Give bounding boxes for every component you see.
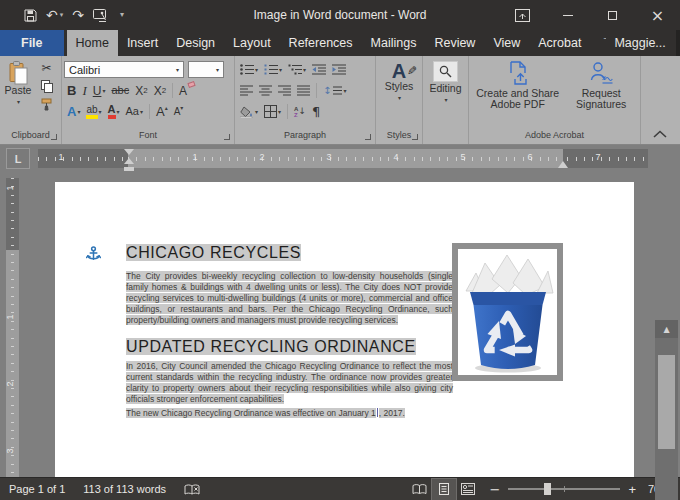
font-family-combo[interactable]: Calibri▾ (64, 61, 184, 78)
maximize-button[interactable] (590, 0, 635, 30)
zoom-out-button[interactable]: − (490, 482, 501, 497)
tab-insert[interactable]: Insert (118, 30, 167, 56)
justify-button[interactable] (295, 81, 312, 100)
tab-file[interactable]: File (0, 30, 64, 56)
close-icon: × (651, 6, 664, 25)
right-indent-marker[interactable] (558, 161, 568, 168)
multilevel-caret: ▾ (303, 67, 306, 73)
subscript-button[interactable]: X2 (133, 81, 149, 100)
font-color-caret: ▾ (117, 109, 120, 115)
numbering-button[interactable]: ▾ (262, 60, 284, 79)
document-page[interactable]: CHICAGO RECYCLES The City provides bi-we… (55, 182, 634, 477)
vertical-ruler: 1 1 2 3 (6, 178, 19, 477)
editing-button[interactable]: Editing ▾ (429, 59, 461, 129)
align-left-button[interactable] (238, 81, 255, 100)
web-layout-button[interactable] (456, 479, 480, 500)
multilevel-list-button[interactable]: ▾ (286, 60, 308, 79)
styles-icon: A✎ (392, 61, 406, 81)
styles-dialog-launcher[interactable] (412, 134, 418, 140)
bold-button[interactable]: B (65, 81, 78, 100)
underline-button[interactable]: U▾ (91, 81, 108, 100)
proofing-status[interactable] (175, 483, 209, 496)
format-painter-button[interactable] (38, 95, 55, 113)
close-button[interactable]: × (635, 0, 680, 30)
borders-button[interactable]: ▾ (262, 102, 283, 121)
tab-layout[interactable]: Layout (224, 30, 280, 56)
hanging-indent-marker[interactable] (124, 158, 134, 164)
account-name[interactable]: Maggie... (606, 30, 673, 56)
shading-button[interactable]: ▾ (238, 102, 260, 121)
create-share-pdf-button[interactable]: Create and Share Adobe PDF (471, 59, 564, 129)
superscript-button[interactable]: X2 (152, 81, 168, 100)
request-signatures-button[interactable]: Request Signatures (564, 59, 638, 129)
highlight-color-button[interactable]: ab▾ (84, 102, 103, 121)
clipboard-dialog-launcher[interactable] (51, 134, 57, 140)
italic-button[interactable]: I (80, 81, 88, 100)
text-effects-button[interactable]: A▾ (65, 102, 82, 121)
cut-icon: ✂ (41, 62, 51, 74)
line-spacing-button[interactable]: ↕▾ (321, 81, 348, 100)
left-indent-marker[interactable] (124, 167, 134, 171)
tab-view[interactable]: View (484, 30, 529, 56)
bullets-button[interactable]: ▾ (238, 60, 260, 79)
font-dialog-launcher[interactable] (224, 134, 230, 140)
scroll-up-arrow[interactable]: ▲ (655, 320, 678, 338)
zoom-slider[interactable] (508, 488, 620, 490)
document-area: 1 1 2 3 CHICAGO RECYCLES The City provid… (0, 172, 680, 477)
tab-stop-selector[interactable]: L (6, 148, 30, 169)
request-signatures-icon (590, 61, 613, 86)
styles-button[interactable]: A✎ Styles ▾ (385, 59, 414, 129)
strikethrough-button[interactable]: abc (109, 81, 131, 100)
scrollbar-thumb[interactable] (658, 355, 675, 449)
document-paragraph-2: In 2016, City Council amended the Chicag… (126, 361, 453, 405)
customize-qat-button[interactable]: ▾ (118, 11, 124, 19)
word-count[interactable]: 113 of 113 words (74, 483, 175, 495)
tab-design[interactable]: Design (167, 30, 224, 56)
zoom-in-button[interactable]: + (628, 482, 636, 497)
recycle-bin-image[interactable] (452, 243, 563, 381)
print-layout-button[interactable] (432, 479, 456, 500)
find-box (433, 61, 458, 82)
read-mode-button[interactable] (408, 479, 432, 500)
tell-me-box[interactable]: Tell m (590, 30, 606, 56)
align-center-button[interactable] (257, 81, 274, 100)
grow-font-button[interactable]: A▴ (154, 102, 170, 121)
page-indicator[interactable]: Page 1 of 1 (0, 483, 74, 495)
grow-font-caret: ▴ (165, 105, 168, 111)
touch-mouse-mode-button[interactable] (93, 9, 109, 22)
paste-button[interactable]: Paste ▾ (2, 59, 34, 129)
sort-button[interactable]: AZ↓ (292, 102, 308, 121)
first-line-indent-marker[interactable] (124, 149, 134, 155)
collapse-ribbon-button[interactable] (653, 130, 667, 138)
share-button[interactable]: Share (676, 30, 680, 56)
paragraph-dialog-launcher[interactable] (365, 134, 371, 140)
tab-references[interactable]: References (280, 30, 362, 56)
decrease-indent-button[interactable] (310, 60, 328, 79)
show-hide-pilcrow-button[interactable]: ¶ (310, 102, 322, 121)
tab-review[interactable]: Review (425, 30, 484, 56)
text-cursor (377, 408, 378, 417)
change-case-button[interactable]: Aa▾ (124, 102, 145, 121)
ribbon-display-options-button[interactable] (500, 0, 545, 30)
zoom-slider-thumb[interactable] (544, 483, 551, 495)
numbering-caret: ▾ (279, 67, 282, 73)
adobe-acrobat-group-label: Adobe Acrobat (471, 129, 638, 144)
minimize-button[interactable] (545, 0, 590, 30)
clear-formatting-button[interactable]: A (177, 81, 189, 100)
vertical-scrollbar[interactable]: ▲ ▼ (655, 320, 678, 500)
ruler-number: 1 (58, 152, 63, 162)
font-color-button[interactable]: A▾ (106, 102, 122, 121)
shrink-font-button[interactable]: A▾ (172, 102, 186, 121)
align-right-button[interactable] (276, 81, 293, 100)
undo-button[interactable]: ↶▾ (46, 8, 63, 22)
copy-button[interactable] (39, 77, 55, 95)
font-size-combo[interactable]: ▾ (188, 61, 224, 78)
tab-acrobat[interactable]: Acrobat (529, 30, 590, 56)
tab-mailings[interactable]: Mailings (362, 30, 426, 56)
save-button[interactable] (24, 9, 37, 22)
cut-button[interactable]: ✂ (39, 59, 53, 77)
document-paragraph-3: The new Chicago Recycling Ordinance was … (126, 408, 466, 419)
tab-home[interactable]: Home (67, 30, 118, 56)
redo-button[interactable]: ↷ (72, 8, 84, 22)
increase-indent-button[interactable] (330, 60, 348, 79)
